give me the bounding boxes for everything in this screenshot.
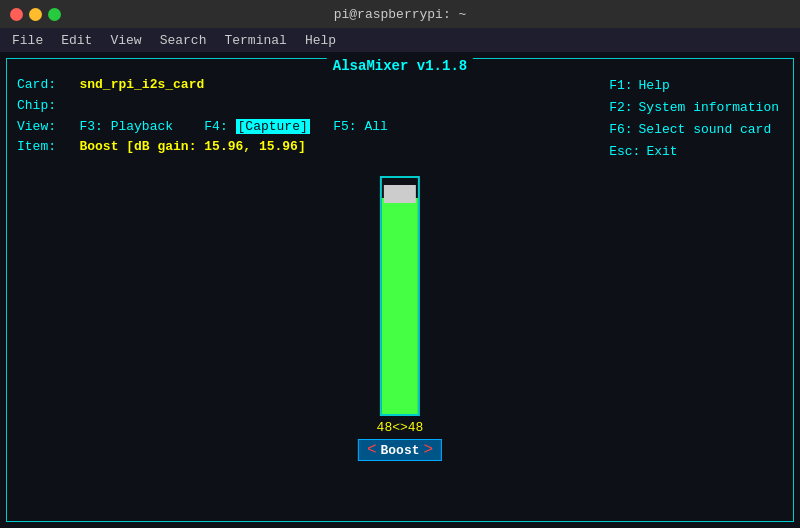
help-esc-key: Esc: bbox=[609, 141, 640, 163]
help-f1-row: F1: Help bbox=[609, 75, 779, 97]
channel-arrow-right: > bbox=[424, 441, 434, 459]
help-esc-row: Esc: Exit bbox=[609, 141, 779, 163]
help-f2-row: F2: System information bbox=[609, 97, 779, 119]
menu-bar: File Edit View Search Terminal Help bbox=[0, 28, 800, 52]
channel-area: 48<>48 < Boost > bbox=[358, 176, 442, 461]
item-value: Boost [dB gain: 15.96, 15.96] bbox=[79, 139, 305, 154]
view-f4-value: [Capture] bbox=[236, 119, 310, 134]
menu-search[interactable]: Search bbox=[152, 31, 215, 50]
fader-handle bbox=[384, 185, 416, 203]
view-f4-prefix: F4: bbox=[204, 119, 227, 134]
card-value: snd_rpi_i2s_card bbox=[79, 77, 204, 92]
minimize-button[interactable] bbox=[29, 8, 42, 21]
alsamixer-box: AlsaMixer v1.1.8 Card: snd_rpi_i2s_card … bbox=[6, 58, 794, 522]
menu-terminal[interactable]: Terminal bbox=[216, 31, 294, 50]
channel-arrow-left: < bbox=[367, 441, 377, 459]
help-panel: F1: Help F2: System information F6: Sele… bbox=[609, 75, 779, 163]
fader-fill bbox=[382, 198, 418, 414]
help-f1-key: F1: bbox=[609, 75, 632, 97]
close-button[interactable] bbox=[10, 8, 23, 21]
card-label: Card: bbox=[17, 77, 56, 92]
menu-help[interactable]: Help bbox=[297, 31, 344, 50]
maximize-button[interactable] bbox=[48, 8, 61, 21]
title-bar: pi@raspberrypi: ~ bbox=[0, 0, 800, 28]
window-controls[interactable] bbox=[10, 8, 61, 21]
view-f5: F5: All bbox=[333, 119, 388, 134]
help-f6-desc: Select sound card bbox=[639, 119, 772, 141]
menu-file[interactable]: File bbox=[4, 31, 51, 50]
view-f3: F3: Playback bbox=[79, 119, 173, 134]
channel-value: 48<>48 bbox=[377, 420, 424, 435]
terminal-area: AlsaMixer v1.1.8 Card: snd_rpi_i2s_card … bbox=[0, 52, 800, 528]
help-f6-row: F6: Select sound card bbox=[609, 119, 779, 141]
help-esc-desc: Exit bbox=[646, 141, 677, 163]
menu-edit[interactable]: Edit bbox=[53, 31, 100, 50]
channel-name: Boost bbox=[380, 443, 419, 458]
item-label: Item: bbox=[17, 139, 56, 154]
help-f1-desc: Help bbox=[639, 75, 670, 97]
channel-name-box[interactable]: < Boost > bbox=[358, 439, 442, 461]
help-f2-key: F2: bbox=[609, 97, 632, 119]
alsamixer-title: AlsaMixer v1.1.8 bbox=[327, 58, 473, 74]
view-label: View: bbox=[17, 119, 56, 134]
menu-view[interactable]: View bbox=[102, 31, 149, 50]
fader-container[interactable] bbox=[380, 176, 420, 416]
chip-label: Chip: bbox=[17, 98, 56, 113]
window-title: pi@raspberrypi: ~ bbox=[334, 7, 467, 22]
help-f6-key: F6: bbox=[609, 119, 632, 141]
help-f2-desc: System information bbox=[639, 97, 779, 119]
